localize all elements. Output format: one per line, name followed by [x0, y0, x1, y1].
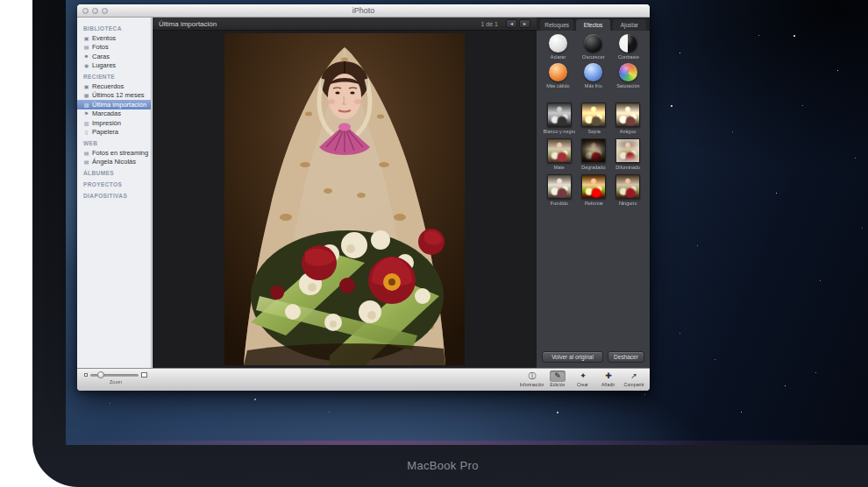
sidebar-item-lugares[interactable]: ◉ Lugares	[77, 61, 151, 71]
star-field-bright	[66, 0, 68, 2]
toolbar-tools: ⓘ Información ✎ Edición ✦ Crear ✚ Añadir…	[522, 371, 644, 387]
effect-sepia[interactable]: Sepia	[577, 102, 610, 134]
sidebar-header-biblioteca: BIBLIOTECA	[77, 22, 151, 33]
effect-difuminado[interactable]: Difuminado	[611, 138, 644, 170]
next-photo-button[interactable]: ▸	[519, 19, 530, 28]
contrast-icon	[619, 34, 637, 53]
zoom-in-icon	[141, 372, 147, 378]
effect-reforzar[interactable]: Reforzar	[577, 174, 610, 206]
zoom-slider-knob[interactable]	[97, 371, 104, 378]
sidebar-item-label: Recuerdos	[92, 82, 124, 90]
photo-preview	[224, 33, 465, 365]
wallpaper-glow	[66, 441, 868, 445]
info-button[interactable]: ⓘ Información	[522, 371, 543, 387]
album-title: Última importación	[159, 20, 217, 28]
sidebar-header-reciente: RECIENTE	[77, 70, 151, 81]
sidebar-item-fotos[interactable]: ▤ Fotos	[77, 43, 151, 53]
create-button[interactable]: ✦ Crear	[573, 371, 594, 387]
edit-button[interactable]: ✎ Edición	[547, 371, 568, 387]
photostream-icon: ▤	[83, 150, 89, 156]
lighten-icon	[549, 34, 567, 53]
iphoto-window: iPhoto BIBLIOTECA ▣ Eventos ▤ Fotos ☻ Ca…	[77, 4, 650, 391]
events-icon: ▣	[83, 35, 89, 41]
sepia-preview	[582, 103, 605, 126]
sidebar-item-label: Lugares	[92, 61, 116, 69]
tab-ajustar[interactable]: Ajustar	[613, 19, 646, 31]
tab-retoques[interactable]: Retoques	[540, 19, 573, 31]
effect-antiguo[interactable]: Antiguo	[611, 102, 644, 134]
sidebar-item-label: Impresión	[92, 119, 121, 127]
add-button[interactable]: ✚ Añadir	[598, 371, 619, 387]
effect-blanco-y-negro[interactable]: Blanco y negro	[542, 102, 577, 134]
window-bottom-toolbar: Zoom ⓘ Información ✎ Edición ✦ Crear ✚ A…	[77, 368, 650, 391]
printer-icon: ▥	[83, 120, 89, 126]
flag-icon: ⚑	[83, 110, 89, 116]
warmer-icon	[549, 63, 567, 81]
plus-icon: ✚	[601, 371, 616, 382]
sidebar-item-papelera[interactable]: ▯ Papelera	[77, 128, 151, 138]
web-album-icon: ▤	[83, 159, 89, 165]
fade-preview	[548, 175, 571, 198]
effect-degradado[interactable]: Degradado	[577, 138, 610, 170]
revert-to-original-button[interactable]: Volver al original	[542, 351, 603, 363]
tab-efectos[interactable]: Efectos	[576, 19, 609, 31]
edgeblur-preview	[616, 139, 639, 162]
sidebar-item-impresion[interactable]: ▥ Impresión	[77, 118, 151, 128]
sidebar-item-label: Última importación	[92, 101, 146, 109]
sidebar-item-caras[interactable]: ☻ Caras	[77, 52, 151, 61]
photo-header-bar: Última importación 1 de 1 ◂ ▸	[153, 18, 537, 31]
effects-panel: Retoques Efectos Ajustar Aclarar Oscurec…	[537, 18, 650, 368]
effect-contrast-button[interactable]: Contraste	[611, 34, 646, 60]
info-icon: ⓘ	[524, 371, 540, 382]
sidebar-item-eventos[interactable]: ▣ Eventos	[77, 33, 151, 43]
share-button[interactable]: ↗ Compartir	[623, 371, 644, 387]
sidebar-item-ultima-importacion[interactable]: ▨ Última importación	[77, 100, 151, 109]
window-title: iPhoto	[77, 6, 650, 15]
sidebar-header-albumes: ÁLBUMES	[77, 166, 151, 178]
undo-button[interactable]: Deshacer	[608, 351, 644, 363]
saturate-icon	[619, 63, 637, 81]
sidebar-item-label: Eventos	[92, 34, 116, 42]
effect-ninguno[interactable]: Ninguno	[611, 174, 644, 206]
window-titlebar[interactable]: iPhoto	[77, 4, 650, 18]
sidebar-item-recuerdos[interactable]: ▣ Recuerdos	[77, 81, 151, 91]
effect-warmer-button[interactable]: Más cálido	[540, 63, 575, 88]
bw-preview	[548, 103, 571, 126]
sidebar-item-marcadas[interactable]: ⚑ Marcadas	[77, 109, 151, 119]
effect-cooler-button[interactable]: Más frío	[575, 63, 610, 88]
sidebar-item-ultimos-12-meses[interactable]: ▦ Últimos 12 meses	[77, 91, 151, 101]
effect-darken-button[interactable]: Oscurecer	[575, 34, 610, 60]
cooler-icon	[584, 63, 602, 81]
previous-photo-button[interactable]: ◂	[506, 19, 517, 28]
effect-mate[interactable]: Mate	[542, 138, 577, 170]
antique-preview	[616, 103, 639, 126]
source-list-sidebar: BIBLIOTECA ▣ Eventos ▤ Fotos ☻ Caras ◉ L…	[77, 18, 152, 368]
zoom-slider[interactable]	[90, 374, 139, 377]
sidebar-item-angela-nicolas[interactable]: ▤ Ángela Nicolás	[77, 158, 151, 167]
page-canvas: MacBook Pro iPhoto BIBLIOTECA ▣ Eventos …	[0, 0, 868, 487]
effect-lighten-button[interactable]: Aclarar	[540, 34, 575, 60]
sidebar-item-label: Fotos	[92, 43, 109, 51]
sidebar-item-fotos-en-streaming[interactable]: ▤ Fotos en streaming	[77, 148, 151, 158]
faces-icon: ☻	[83, 53, 89, 59]
matte-preview	[548, 139, 571, 162]
trash-icon: ▯	[83, 129, 89, 135]
effect-saturate-button[interactable]: Saturación	[611, 63, 646, 88]
sidebar-item-label: Caras	[92, 53, 110, 60]
photos-icon: ▤	[83, 44, 89, 50]
effect-fundido[interactable]: Fundido	[542, 174, 577, 206]
photo-stage	[153, 31, 537, 368]
zoom-out-icon	[84, 373, 88, 377]
edit-tabs: Retoques Efectos Ajustar	[537, 18, 650, 31]
zoom-label: Zoom	[87, 379, 145, 385]
sidebar-item-label: Marcadas	[92, 109, 121, 117]
effect-thumbnail-grid: Blanco y negro Sepia Antiguo Mate Degrad…	[542, 102, 644, 206]
sidebar-header-diapositivas: DIAPOSITIVAS	[77, 189, 151, 201]
window-content: BIBLIOTECA ▣ Eventos ▤ Fotos ☻ Caras ◉ L…	[77, 18, 650, 368]
pencil-icon: ✎	[550, 371, 566, 382]
panel-footer-buttons: Volver al original Deshacer	[542, 351, 644, 363]
sidebar-header-proyectos: PROYECTOS	[77, 178, 151, 189]
vignette-preview	[582, 139, 605, 162]
sidebar-header-web: WEB	[77, 137, 151, 148]
darken-icon	[584, 34, 602, 53]
